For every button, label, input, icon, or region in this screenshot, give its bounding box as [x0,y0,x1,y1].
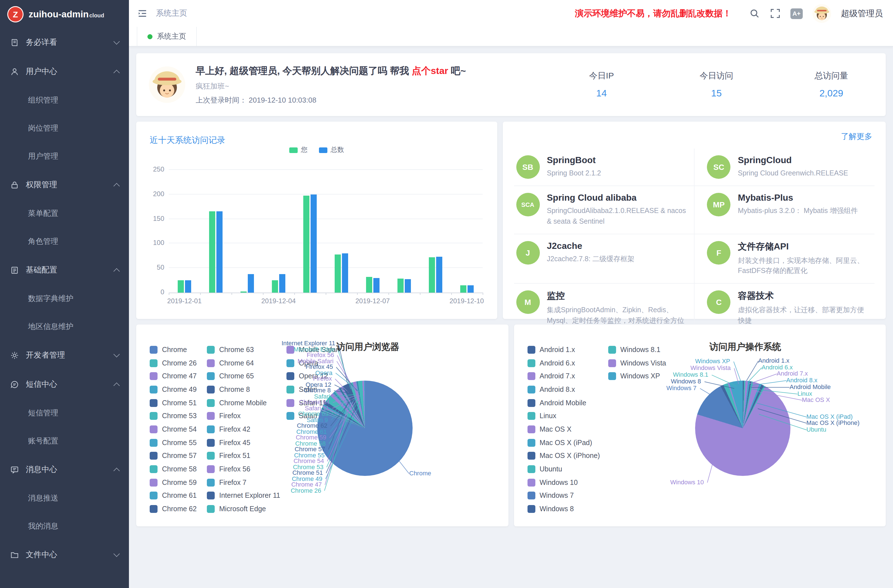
os-pie-title: 访问用户操作系统 [698,341,793,353]
legend-item[interactable]: Chrome 51 [150,396,197,409]
sidebar-item[interactable]: 短信中心 [0,370,129,399]
legend-item[interactable]: Windows 8 [527,502,600,516]
sidebar-subitem[interactable]: 菜单配置 [0,200,129,227]
legend-item[interactable]: Windows 7 [527,489,600,502]
legend-item[interactable]: Chrome 26 [150,356,197,369]
stat-value[interactable]: 14 [559,88,643,99]
tech-badge-icon: C [707,290,731,314]
chevron-down-icon [114,551,120,557]
stat-value[interactable]: 2,029 [789,88,873,99]
sidebar-item[interactable]: 消息中心 [0,455,129,484]
legend-item[interactable]: 您 [289,145,308,155]
legend-item[interactable]: Mac OS X [527,423,600,436]
legend-marker [527,452,535,460]
legend-item[interactable]: Linux [527,409,600,423]
font-size-icon[interactable]: A+ [790,8,803,19]
sidebar-subitem[interactable]: 组织管理 [0,86,129,114]
tech-item[interactable]: SCASpring Cloud alibabaSpringCloudAlibab… [514,186,694,234]
sidebar-item[interactable]: 基础配置 [0,256,129,285]
bar-total[interactable] [342,253,348,293]
legend-item[interactable]: Chrome 47 [150,370,197,383]
bar-total[interactable] [373,278,379,293]
legend-item[interactable]: Chrome 55 [150,436,197,449]
sidebar-item[interactable]: 权限管理 [0,170,129,200]
sidebar-subitem[interactable]: 角色管理 [0,227,129,256]
pie-chart[interactable] [695,380,790,476]
legend-item[interactable]: Ubuntu [527,462,600,475]
bar-self[interactable] [178,280,184,293]
logo[interactable]: Z zuihou-admincloud [0,0,129,28]
bar-self[interactable] [366,277,372,293]
legend-item[interactable]: Android Mobile [527,396,600,409]
bar-total[interactable] [311,194,317,293]
sidebar-item[interactable]: 文件中心 [0,540,129,570]
star-link[interactable]: 点个star [412,65,448,76]
legend-item[interactable]: Chrome 57 [150,449,197,462]
bar-total[interactable] [185,280,191,293]
tech-item[interactable]: MPMybatis-PlusMybatis-plus 3.2.0： Mybati… [694,186,875,234]
bar-total[interactable] [436,257,442,293]
fullscreen-icon[interactable] [770,8,780,19]
bar-self[interactable] [428,257,435,293]
stats: 今日IP14今日访问15总访问量2,029 [559,70,873,99]
legend-item[interactable]: Chrome 59 [150,476,197,489]
stat-value[interactable]: 15 [674,88,758,99]
legend-item[interactable]: Windows 8.1 [608,343,666,356]
legend-item[interactable]: Chrome 61 [150,489,197,502]
bar-total[interactable] [216,212,222,293]
sidebar-subitem[interactable]: 数据字典维护 [0,285,129,313]
legend-item[interactable]: Mac OS X (iPad) [527,436,600,449]
bar-total[interactable] [248,274,254,293]
sidebar-subitem[interactable]: 用户管理 [0,142,129,170]
tab-system-home[interactable]: 系统主页 [137,27,197,46]
sidebar-subitem[interactable]: 我的消息 [0,512,129,540]
pie-slice-label: Linux [797,390,812,397]
bar-self[interactable] [272,280,278,293]
sidebar-subitem[interactable]: 短信管理 [0,399,129,427]
legend-item[interactable]: Microsoft Edge [207,502,280,516]
sidebar-subitem[interactable]: 消息推送 [0,484,129,512]
sidebar: Z zuihou-admincloud 务必详看用户中心组织管理岗位管理用户管理… [0,0,129,588]
pie-chart[interactable] [317,380,413,476]
search-icon[interactable] [749,8,760,19]
legend-item[interactable]: Android 6.x [527,356,600,369]
legend-item[interactable]: Chrome 49 [150,383,197,396]
y-axis-label: 250 [142,165,164,173]
learn-more-link[interactable]: 了解更多 [841,132,872,142]
legend-item[interactable]: Mac OS X (iPhone) [527,449,600,462]
charts-row: 近十天系统访问记录 您总数 0501001502002502019-12-012… [136,122,886,319]
legend-item[interactable]: Chrome 62 [150,502,197,516]
bar-self[interactable] [460,285,466,293]
sidebar-subitem[interactable]: 地区信息维护 [0,313,129,341]
legend-item[interactable]: 总数 [319,145,344,155]
sidebar-item[interactable]: 务必详看 [0,28,129,57]
legend-marker [527,386,535,394]
bar-total[interactable] [279,274,285,293]
sidebar-item[interactable]: 用户中心 [0,57,129,86]
bar-total[interactable] [404,280,410,293]
legend-item[interactable]: Android 1.x [527,343,600,356]
sidebar-item[interactable]: 开发者管理 [0,341,129,370]
legend-item[interactable]: Windows 10 [527,476,600,489]
tech-item[interactable]: SBSpringBootSpring Boot 2.1.2 [514,149,694,186]
username[interactable]: 超级管理员 [841,8,883,19]
legend-marker [527,372,535,380]
legend-item[interactable]: Chrome 58 [150,462,197,475]
bar-self[interactable] [303,196,310,293]
bar-total[interactable] [467,285,474,293]
avatar[interactable] [812,4,831,23]
tech-item[interactable]: F文件存储API封装文件接口，实现本地存储、阿里云、FastDFS存储的配置化 [694,234,875,284]
bar-self[interactable] [209,212,215,293]
bar-self[interactable] [241,292,247,293]
legend-item[interactable]: Chrome [150,343,197,356]
sidebar-subitem[interactable]: 岗位管理 [0,114,129,142]
legend-item[interactable]: Chrome 54 [150,423,197,436]
bar-self[interactable] [334,254,341,293]
tech-item[interactable]: JJ2cacheJ2cache2.7.8: 二级缓存框架 [514,234,694,284]
collapse-menu-icon[interactable] [137,8,148,19]
sidebar-subitem[interactable]: 账号配置 [0,427,129,455]
tech-item[interactable]: SCSpringCloudSpring Cloud Greenwich.RELE… [694,149,875,186]
legend-item[interactable]: Chrome 53 [150,409,197,423]
bar-self[interactable] [397,279,403,293]
breadcrumb[interactable]: 系统主页 [156,8,187,18]
